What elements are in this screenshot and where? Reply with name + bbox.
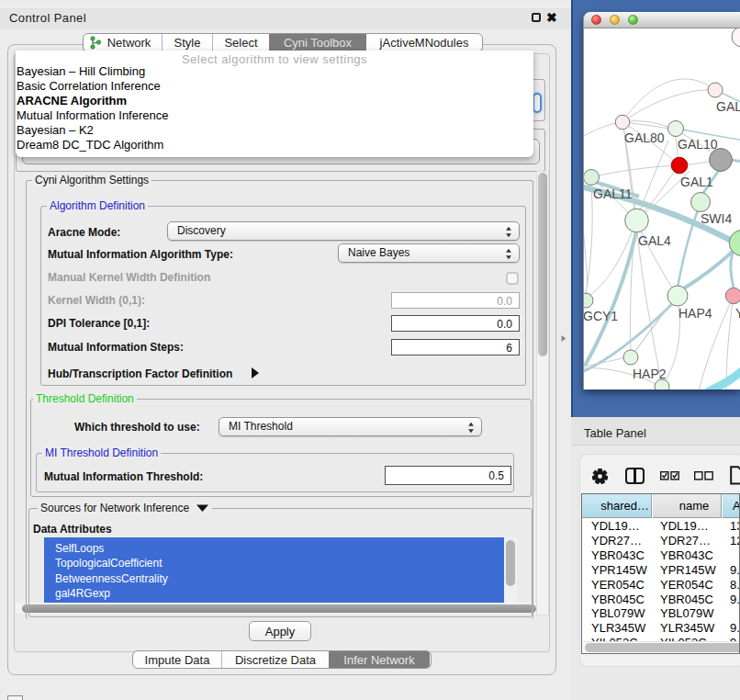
svg-text:GAL4: GAL4 bbox=[638, 233, 671, 248]
svg-text:GAL7: GAL7 bbox=[716, 99, 740, 114]
svg-text:GAL80: GAL80 bbox=[624, 130, 665, 145]
svg-text:GAL10: GAL10 bbox=[678, 137, 718, 152]
svg-text:GAL11: GAL11 bbox=[593, 186, 633, 201]
svg-text:SWI4: SWI4 bbox=[701, 211, 732, 226]
svg-text:HAP4: HAP4 bbox=[678, 306, 712, 321]
svg-text:GAL1: GAL1 bbox=[680, 175, 713, 189]
svg-text:GCY1: GCY1 bbox=[584, 309, 618, 323]
svg-text:HAP2: HAP2 bbox=[633, 367, 667, 381]
svg-text:Y: Y bbox=[735, 306, 740, 321]
